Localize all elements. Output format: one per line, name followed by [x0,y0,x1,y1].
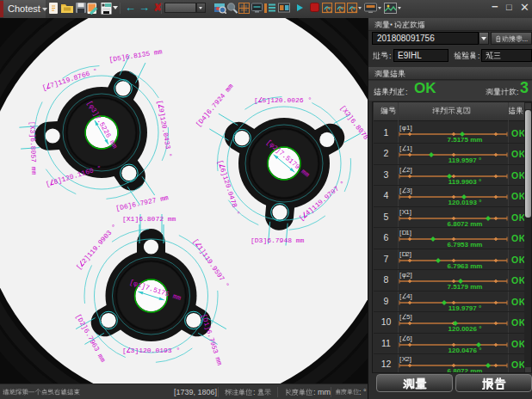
svg-text:[X1]6.8072 mm: [X1]6.8072 mm [122,215,176,223]
svg-text:[D3]6.7948 mm: [D3]6.7948 mm [251,236,305,244]
svg-text:·: · [390,21,393,28]
svg-text:[ 3]120.0193 °: [ 3]120.0193 ° [122,347,180,354]
svg-text:[ 5]120.0026 °: [ 5]120.0026 ° [254,96,312,104]
